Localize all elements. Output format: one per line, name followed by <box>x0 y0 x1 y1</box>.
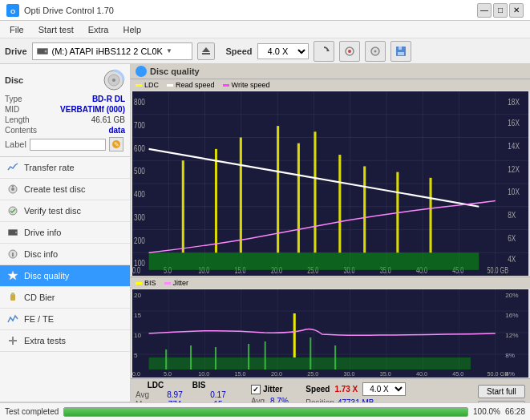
svg-text:8X: 8X <box>508 210 516 220</box>
type-value: BD-R DL <box>92 95 125 103</box>
svg-text:0.0: 0.0 <box>132 371 140 378</box>
speed-combo-select[interactable]: 4.0 X2.0 X8.0 X <box>362 382 406 396</box>
disc-info-icon: i <box>6 248 19 260</box>
length-label: Length <box>5 115 30 124</box>
sidebar-item-extra-tests[interactable]: Extra tests <box>0 330 130 352</box>
refresh-button[interactable] <box>314 41 334 62</box>
svg-text:200: 200 <box>134 235 145 245</box>
top-chart-svg: 800 700 600 500 400 300 200 100 18X 16X … <box>132 91 528 276</box>
svg-text:14X: 14X <box>508 141 520 151</box>
svg-text:10X: 10X <box>508 187 520 197</box>
svg-text:10: 10 <box>134 332 142 339</box>
svg-text:0.0: 0.0 <box>132 266 140 275</box>
svg-text:800: 800 <box>134 97 145 107</box>
status-text: Test completed <box>5 407 59 416</box>
create-test-disc-icon: + <box>6 183 19 196</box>
sidebar-item-transfer-rate[interactable]: Transfer rate <box>0 157 130 179</box>
svg-text:i: i <box>12 252 14 257</box>
svg-rect-85 <box>297 143 300 253</box>
ldc-avg-value: 8.97 <box>155 390 195 399</box>
svg-text:4X: 4X <box>508 253 516 264</box>
svg-rect-33 <box>12 337 14 345</box>
svg-rect-127 <box>190 345 192 370</box>
sidebar-item-disc-quality[interactable]: Disc quality <box>0 265 130 287</box>
cd-bier-label: CD Bier <box>24 293 55 302</box>
transfer-rate-label: Transfer rate <box>24 163 75 172</box>
write-speed-legend-label: Write speed <box>232 81 270 89</box>
label-input[interactable] <box>30 139 106 151</box>
svg-rect-31 <box>11 293 14 295</box>
avg-row-label: Avg <box>136 390 152 399</box>
svg-text:15: 15 <box>134 312 142 319</box>
disc-mid-row: MID VERBATIMf (000) <box>5 105 125 114</box>
disc-length-row: Length 46.61 GB <box>5 115 125 124</box>
close-button[interactable]: ✕ <box>509 3 524 18</box>
chart-title-bar: Disc quality <box>131 64 530 79</box>
svg-text:50.0 GB: 50.0 GB <box>488 371 509 378</box>
svg-text:6X: 6X <box>508 233 516 244</box>
write-speed-legend-color <box>223 84 229 87</box>
svg-text:O: O <box>10 8 15 15</box>
speed-stat-value: 1.73 X <box>334 385 358 394</box>
svg-point-4 <box>44 50 47 52</box>
progress-percent: 100.0% <box>473 407 500 416</box>
sidebar-item-disc-info[interactable]: i Disc info <box>0 244 130 265</box>
disc-button[interactable] <box>365 41 386 62</box>
legend-jitter: Jitter <box>164 279 189 287</box>
type-label: Type <box>5 95 22 103</box>
svg-text:5: 5 <box>134 352 138 359</box>
label-browse-button[interactable]: ✎ <box>109 137 123 151</box>
sidebar-item-fe-te[interactable]: FE / TE <box>0 309 130 330</box>
jitter-checkbox[interactable]: ✓ <box>251 385 261 394</box>
legend-ldc: LDC <box>136 81 159 89</box>
svg-rect-130 <box>265 341 266 370</box>
svg-text:20%: 20% <box>505 292 518 299</box>
sidebar-item-verify-test-disc[interactable]: Verify test disc <box>0 200 130 222</box>
drive-value: (M:) ATAPI iHBS112 2 CL0K <box>52 46 163 56</box>
drive-bar: Drive (M:) ATAPI iHBS112 2 CL0K ▼ Speed … <box>0 38 530 64</box>
start-full-button[interactable]: Start full <box>478 385 525 398</box>
speed-selector[interactable]: 4.0 X 2.0 X 8.0 X <box>257 43 309 59</box>
svg-rect-132 <box>334 345 336 370</box>
main-content: Disc Type BD-R DL MID VERBATIMf (000) Le… <box>0 64 530 420</box>
sidebar-item-create-test-disc[interactable]: + Create test disc <box>0 179 130 200</box>
svg-text:30.0: 30.0 <box>343 371 354 378</box>
chart-title: Disc quality <box>150 67 200 76</box>
maximize-button[interactable]: □ <box>493 3 508 18</box>
eject-button[interactable] <box>197 42 215 60</box>
svg-rect-6 <box>202 53 210 55</box>
svg-marker-29 <box>8 271 18 280</box>
menu-start-test[interactable]: Start test <box>32 23 80 36</box>
contents-label: Contents <box>5 126 37 135</box>
burn-button[interactable] <box>339 41 360 62</box>
length-value: 46.61 GB <box>91 115 125 124</box>
svg-text:16X: 16X <box>508 118 520 128</box>
svg-text:20.0: 20.0 <box>271 371 282 378</box>
sidebar-item-drive-info[interactable]: Drive info <box>0 222 130 244</box>
menu-extra[interactable]: Extra <box>82 23 115 36</box>
menu-bar: File Start test Extra Help <box>0 21 530 38</box>
drive-selector[interactable]: (M:) ATAPI iHBS112 2 CL0K ▼ <box>32 42 192 60</box>
disc-graphic <box>103 69 125 91</box>
cd-bier-icon <box>6 291 19 304</box>
chart-title-icon <box>136 66 147 77</box>
read-speed-legend-color <box>167 84 173 87</box>
save-button[interactable] <box>390 41 411 62</box>
jitter-legend-color <box>164 282 171 285</box>
svg-text:10.0: 10.0 <box>198 371 209 378</box>
svg-point-11 <box>374 50 376 52</box>
minimize-button[interactable]: — <box>477 3 492 18</box>
disc-quality-label: Disc quality <box>24 271 69 281</box>
menu-help[interactable]: Help <box>116 23 148 36</box>
menu-file[interactable]: File <box>3 23 30 36</box>
mid-value: VERBATIMf (000) <box>60 105 125 114</box>
svg-point-9 <box>348 50 351 53</box>
sidebar-item-cd-bier[interactable]: CD Bier <box>0 287 130 309</box>
legend-bis: BIS <box>136 279 156 287</box>
svg-text:+: + <box>12 184 14 188</box>
window-controls: — □ ✕ <box>477 3 524 18</box>
svg-rect-86 <box>314 131 316 252</box>
fe-te-label: FE / TE <box>24 314 54 324</box>
app-icon: O <box>6 4 19 17</box>
disc-info-label: Disc info <box>24 249 58 259</box>
